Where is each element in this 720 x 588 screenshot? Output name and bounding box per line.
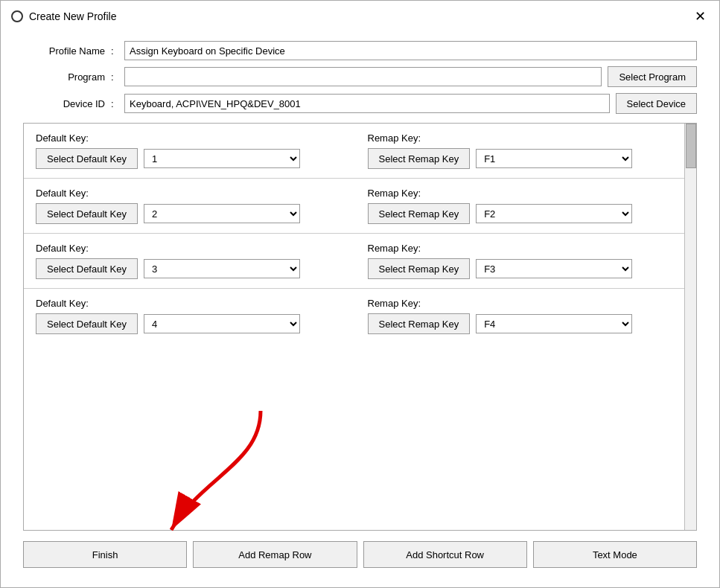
profile-name-row: Profile Name : (23, 41, 697, 60)
program-input[interactable] (124, 67, 602, 86)
remap-key-select-2[interactable]: F3 (476, 259, 632, 278)
window-icon (11, 10, 23, 22)
select-default-key-btn-1[interactable]: Select Default Key (36, 203, 138, 224)
device-id-label: Device ID (23, 98, 105, 109)
row-left-1: Default Key: Select Default Key 2 (36, 188, 353, 224)
default-key-label-3: Default Key: (36, 298, 353, 309)
scrollbar-track[interactable] (684, 124, 696, 530)
select-program-button[interactable]: Select Program (608, 66, 697, 87)
remap-key-select-1[interactable]: F2 (476, 204, 632, 223)
default-key-select-3[interactable]: 4 (144, 314, 300, 333)
close-button[interactable]: ✕ (692, 8, 709, 25)
select-remap-key-btn-1[interactable]: Select Remap Key (368, 203, 471, 224)
shortcut-rows-container: Default Key: Select Default Key 1 Remap … (23, 123, 697, 531)
row-right-3: Remap Key: Select Remap Key F4 (353, 298, 685, 334)
profile-name-input[interactable] (124, 41, 697, 60)
program-label: Program (23, 71, 105, 83)
row-right-2: Remap Key: Select Remap Key F3 (353, 243, 685, 279)
default-key-select-2[interactable]: 3 (144, 259, 300, 278)
rows-list: Default Key: Select Default Key 1 Remap … (24, 124, 696, 343)
default-key-select-1[interactable]: 2 (144, 204, 300, 223)
remap-key-label-0: Remap Key: (368, 132, 685, 144)
select-remap-key-btn-0[interactable]: Select Remap Key (368, 148, 471, 169)
row-right-controls-3: Select Remap Key F4 (368, 313, 685, 334)
select-default-key-btn-3[interactable]: Select Default Key (36, 313, 138, 334)
title-bar-left: Create New Profile (11, 10, 117, 22)
scrollbar-thumb[interactable] (686, 124, 696, 168)
default-key-select-0[interactable]: 1 (144, 149, 300, 168)
program-row: Program : Select Program (23, 66, 697, 87)
window-title: Create New Profile (29, 10, 117, 22)
colon-1: : (111, 45, 118, 57)
row-right-1: Remap Key: Select Remap Key F2 (353, 188, 685, 224)
row-right-controls-1: Select Remap Key F2 (368, 203, 685, 224)
colon-3: : (111, 98, 118, 109)
shortcut-row: Default Key: Select Default Key 1 Remap … (24, 124, 696, 179)
footer: Finish Add Remap Row Add Shortcut Row Te… (23, 537, 697, 575)
device-id-row: Device ID : Select Device (23, 93, 697, 114)
row-right-controls-0: Select Remap Key F1 (368, 148, 685, 169)
text-mode-button[interactable]: Text Mode (533, 541, 697, 568)
row-left-0: Default Key: Select Default Key 1 (36, 132, 353, 169)
title-bar: Create New Profile ✕ (1, 1, 719, 29)
colon-2: : (111, 71, 118, 83)
row-left-controls-3: Select Default Key 4 (36, 313, 353, 334)
form-section: Profile Name : Program : Select Program … (23, 41, 697, 114)
remap-key-label-3: Remap Key: (368, 298, 685, 309)
remap-key-select-0[interactable]: F1 (476, 149, 632, 168)
default-key-label-2: Default Key: (36, 243, 353, 254)
device-id-input[interactable] (124, 94, 610, 113)
content-area: Profile Name : Program : Select Program … (1, 29, 719, 587)
row-right-controls-2: Select Remap Key F3 (368, 258, 685, 279)
shortcut-row: Default Key: Select Default Key 4 Remap … (24, 289, 696, 343)
add-remap-button[interactable]: Add Remap Row (193, 541, 357, 568)
default-key-label-1: Default Key: (36, 188, 353, 199)
profile-name-label: Profile Name (23, 45, 105, 57)
remap-key-label-1: Remap Key: (368, 188, 685, 199)
row-left-2: Default Key: Select Default Key 3 (36, 243, 353, 279)
select-default-key-btn-0[interactable]: Select Default Key (36, 148, 138, 169)
row-left-controls-2: Select Default Key 3 (36, 258, 353, 279)
select-remap-key-btn-2[interactable]: Select Remap Key (368, 258, 471, 279)
remap-key-select-3[interactable]: F4 (476, 314, 632, 333)
remap-key-label-2: Remap Key: (368, 243, 685, 254)
add-shortcut-button[interactable]: Add Shortcut Row (363, 541, 527, 568)
select-device-button[interactable]: Select Device (616, 93, 697, 114)
row-left-3: Default Key: Select Default Key 4 (36, 298, 353, 334)
row-left-controls-0: Select Default Key 1 (36, 148, 353, 169)
main-window: Create New Profile ✕ Profile Name : Prog… (0, 0, 720, 588)
select-default-key-btn-2[interactable]: Select Default Key (36, 258, 138, 279)
shortcut-row: Default Key: Select Default Key 3 Remap … (24, 234, 696, 289)
row-right-0: Remap Key: Select Remap Key F1 (353, 132, 685, 169)
select-remap-key-btn-3[interactable]: Select Remap Key (368, 313, 471, 334)
row-left-controls-1: Select Default Key 2 (36, 203, 353, 224)
default-key-label-0: Default Key: (36, 132, 353, 144)
shortcut-row: Default Key: Select Default Key 2 Remap … (24, 179, 696, 234)
finish-button[interactable]: Finish (23, 541, 187, 568)
